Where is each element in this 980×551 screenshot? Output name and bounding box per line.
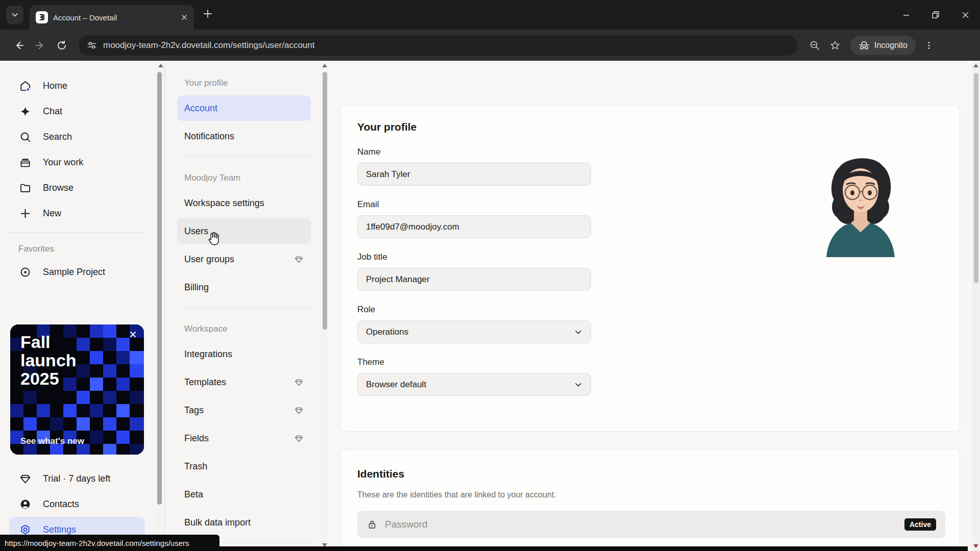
sidebar-item-search[interactable]: Search <box>9 124 145 149</box>
nav-item-integrations[interactable]: Integrations <box>177 341 311 367</box>
nav-item-user-groups[interactable]: User groups <box>177 246 311 272</box>
sidebar-item-chat[interactable]: Chat <box>9 98 145 124</box>
browser-window: Account – Dovetail <box>0 0 980 551</box>
sidebar-item-browse[interactable]: Browse <box>9 175 145 201</box>
status-url: https://moodjoy-team-2h2v.dovetail.com/s… <box>5 539 189 547</box>
mouse-cursor <box>205 231 220 247</box>
scroll-up-arrow[interactable] <box>973 64 978 67</box>
avatar-image[interactable] <box>817 146 904 258</box>
sidebar-item-your-work[interactable]: Your work <box>9 149 145 175</box>
sidebar-item-contacts[interactable]: Contacts <box>9 491 145 517</box>
browser-tab[interactable]: Account – Dovetail <box>30 5 194 30</box>
nav-item-bulk-data-import[interactable]: Bulk data import <box>177 510 311 535</box>
theme-select-value: Browser default <box>366 380 426 390</box>
field-label-theme: Theme <box>357 357 943 367</box>
forward-button[interactable] <box>30 35 51 56</box>
sidebar-item-label: Chat <box>43 106 62 117</box>
url-text[interactable]: moodjoy-team-2h2v.dovetail.com/settings/… <box>103 40 315 51</box>
incognito-icon <box>859 40 870 51</box>
sidebar-item-sample-project[interactable]: Sample Project <box>9 259 145 285</box>
sidebar-item-label: Home <box>43 81 67 91</box>
tab-close-icon[interactable] <box>181 14 188 21</box>
nav-divider <box>184 156 311 157</box>
sidebar-item-new[interactable]: New <box>9 201 145 226</box>
nav-item-workspace-settings[interactable]: Workspace settings <box>177 190 311 216</box>
nav-item-account[interactable]: Account <box>177 95 311 121</box>
identity-row-password[interactable]: Password Active <box>357 511 945 538</box>
reload-button[interactable] <box>51 35 72 56</box>
nav-item-label: Account <box>184 103 217 114</box>
bookmark-star-icon[interactable] <box>825 35 845 56</box>
sidebar-item-home[interactable]: Home <box>9 73 145 98</box>
scrollbar-thumb[interactable] <box>157 72 162 505</box>
nav-item-label: Fields <box>184 433 209 444</box>
chevron-down-icon <box>573 380 583 390</box>
field-label-role: Role <box>357 305 943 315</box>
sidebar-scrollbar[interactable] <box>156 61 165 551</box>
search-icon <box>18 131 32 143</box>
back-button[interactable] <box>8 35 30 56</box>
main-scrollbar[interactable] <box>972 61 980 551</box>
sidebar-item-label: Your work <box>43 157 83 168</box>
sidebar-item-label: Browse <box>43 183 74 193</box>
scrollbar-thumb[interactable] <box>323 72 327 330</box>
premium-gem-icon <box>294 434 304 443</box>
home-icon <box>18 80 32 92</box>
premium-gem-icon <box>294 378 304 387</box>
tab-title: Account – Dovetail <box>53 13 177 22</box>
nav-item-templates[interactable]: Templates <box>177 369 311 395</box>
briefcase-icon <box>18 156 32 169</box>
scroll-up-arrow[interactable] <box>322 64 327 67</box>
new-tab-button[interactable] <box>202 8 213 19</box>
sidebar-item-label: Settings <box>43 524 76 535</box>
promo-cta[interactable]: See what's new <box>20 436 84 446</box>
section-label-workspace: Workspace <box>177 317 311 341</box>
browser-toolbar: moodjoy-team-2h2v.dovetail.com/settings/… <box>0 30 980 61</box>
site-info-icon[interactable] <box>87 40 97 51</box>
scroll-up-arrow[interactable] <box>158 64 163 67</box>
nav-item-trash[interactable]: Trash <box>177 454 311 479</box>
scroll-down-arrow[interactable] <box>973 544 978 548</box>
theme-select[interactable]: Browser default <box>357 373 591 396</box>
email-input[interactable] <box>357 215 591 238</box>
nav-item-label: Billing <box>184 282 209 293</box>
profile-heading: Your profile <box>357 121 943 133</box>
tab-search-button[interactable] <box>6 6 23 24</box>
nav-item-tags[interactable]: Tags <box>177 397 311 423</box>
address-bar[interactable]: moodjoy-team-2h2v.dovetail.com/settings/… <box>79 35 797 56</box>
browser-tab-bar: Account – Dovetail <box>0 0 980 30</box>
nav-item-label: User groups <box>184 254 234 265</box>
identities-card: Identities These are the identities that… <box>340 449 960 551</box>
name-input[interactable] <box>357 163 591 186</box>
zoom-out-icon[interactable] <box>804 35 825 56</box>
profile-card: Your profile Name Email Job title Role O… <box>340 105 960 432</box>
chevron-down-icon <box>11 11 19 19</box>
nav-item-notifications[interactable]: Notifications <box>177 123 311 149</box>
window-restore-button[interactable] <box>921 0 950 30</box>
scrollbar-thumb[interactable] <box>974 73 978 283</box>
disc-icon <box>18 266 32 279</box>
promo-card[interactable]: Fall launch 2025 See what's new <box>10 324 144 455</box>
incognito-badge: Incognito <box>850 36 916 55</box>
window-minimize-button[interactable] <box>891 0 921 30</box>
window-close-button[interactable] <box>950 0 980 30</box>
nav-item-billing[interactable]: Billing <box>177 274 311 300</box>
promo-close-icon[interactable] <box>129 331 137 338</box>
lock-icon <box>366 519 378 530</box>
main-content: Your profile Name Email Job title Role O… <box>328 61 972 551</box>
role-select[interactable]: Operations <box>357 320 591 343</box>
premium-gem-icon <box>294 406 304 415</box>
settings-nav-scrollbar[interactable] <box>321 61 328 551</box>
nav-item-label: Users <box>184 226 208 237</box>
browser-menu-icon[interactable] <box>919 35 939 56</box>
status-bar-tooltip: https://moodjoy-team-2h2v.dovetail.com/s… <box>0 535 219 551</box>
nav-item-fields[interactable]: Fields <box>177 425 311 451</box>
nav-item-beta[interactable]: Beta <box>177 482 311 507</box>
nav-item-users[interactable]: Users <box>177 218 311 244</box>
sidebar-item-trial[interactable]: Trial · 7 days left <box>9 466 145 491</box>
job-title-input[interactable] <box>357 268 591 291</box>
nav-item-label: Integrations <box>184 349 232 360</box>
premium-gem-icon <box>294 255 304 264</box>
nav-item-label: Trash <box>184 461 207 472</box>
role-select-value: Operations <box>366 327 408 337</box>
